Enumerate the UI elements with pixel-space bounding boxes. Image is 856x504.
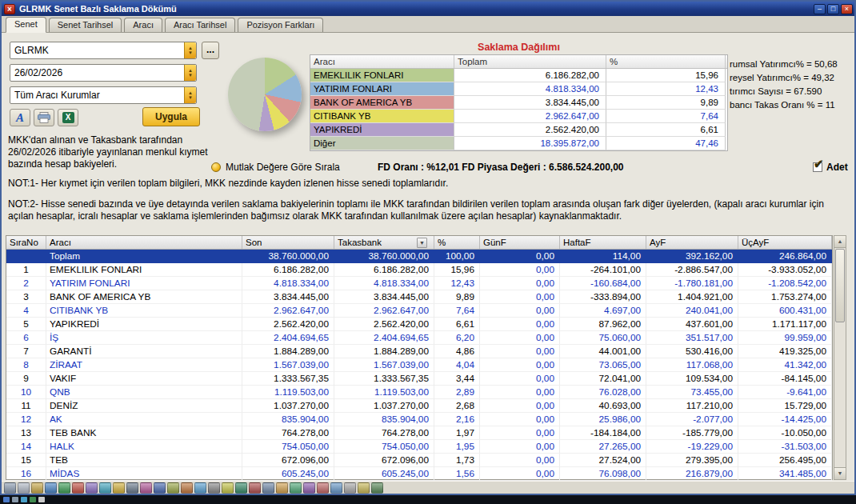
table-row-3[interactable]: 3BANK OF AMERICA YB3.834.445,003.834.445… [6, 290, 832, 304]
column-header-1[interactable]: Aracı [46, 236, 242, 249]
distribution-row[interactable]: Diğer18.395.872,0047,46 [310, 137, 727, 150]
table-row-16[interactable]: 16MİDAS605.245,00605.245,001,560,0076.09… [6, 467, 832, 481]
table-row-6[interactable]: 6İŞ2.404.694,652.404.694,656,200,0075.06… [6, 331, 832, 345]
table-row-9[interactable]: 9VAKIF1.333.567,351.333.567,353,440,0072… [6, 372, 832, 386]
table-row-14[interactable]: 14HALK754.050,00754.050,001,950,0027.265… [6, 440, 832, 454]
table-row-4[interactable]: 4CITIBANK YB2.962.647,002.962.647,007,64… [6, 304, 832, 318]
print-button[interactable] [34, 109, 54, 126]
toolbar-icon-17[interactable] [222, 482, 234, 494]
taskbar-icon-5[interactable] [38, 497, 45, 502]
column-header-5[interactable]: GünF [480, 236, 560, 249]
toolbar-icon-14[interactable] [181, 482, 193, 494]
toolbar-icon-13[interactable] [167, 482, 179, 494]
cell-takasbank: 6.186.282,00 [334, 263, 434, 277]
takasbank-dropdown-icon[interactable]: ▼ [417, 238, 427, 248]
toolbar-icon-22[interactable] [290, 482, 302, 494]
close-icon-left[interactable]: × [4, 4, 15, 14]
toolbar-icon-2[interactable] [18, 482, 30, 494]
tab-pozisyon-farklari[interactable]: Pozisyon Farkları [238, 18, 323, 32]
toolbar-icon-20[interactable] [262, 482, 274, 494]
toolbar-icon-28[interactable] [371, 482, 383, 494]
date-combobox[interactable]: 26/02/2026 ▲ ▼ [10, 64, 197, 82]
note-1: NOT:1- Her kıymet için verilen toplam bi… [8, 178, 848, 190]
toolbar-icon-27[interactable] [358, 482, 370, 494]
table-row-7[interactable]: 7GARANTİ1.884.289,001.884.289,004,860,00… [6, 345, 832, 358]
toolbar-icon-26[interactable] [344, 482, 356, 494]
column-header-3[interactable]: Takasbank▼ [334, 236, 434, 249]
table-scrollbar[interactable]: ▲ ▼ [834, 235, 846, 480]
toolbar-icon-23[interactable] [303, 482, 315, 494]
toolbar-icon-15[interactable] [194, 482, 206, 494]
column-header-0[interactable]: SıraNo [6, 236, 46, 249]
toolbar-icon-21[interactable] [276, 482, 288, 494]
font-button[interactable]: A [10, 109, 30, 126]
distribution-title: Saklama Dağılımı [310, 42, 728, 53]
toolbar-icon-3[interactable] [31, 482, 43, 494]
distribution-name: EMEKLILIK FONLARI [310, 69, 454, 82]
symbol-spinner[interactable]: ▲ ▼ [184, 42, 196, 58]
column-header-4[interactable]: % [434, 236, 480, 249]
scroll-down-icon[interactable]: ▼ [834, 467, 846, 479]
title-bar[interactable]: × GLRMK Senet Bazlı Saklama Dökümü – □ × [2, 2, 854, 16]
toolbar-icon-4[interactable] [45, 482, 57, 494]
table-row-2[interactable]: 2YATIRIM FONLARI4.818.334,004.818.334,00… [6, 277, 832, 290]
table-row-11[interactable]: 11DENİZ1.037.270,001.037.270,002,680,004… [6, 399, 832, 413]
table-row-8[interactable]: 8ZİRAAT1.567.039,001.567.039,004,040,007… [6, 358, 832, 372]
toolbar-icon-10[interactable] [126, 482, 138, 494]
broker-filter-combobox[interactable]: Tüm Aracı Kurumlar ▲ ▼ [10, 86, 197, 104]
taskbar-icon-4[interactable] [30, 497, 36, 502]
table-row-1[interactable]: 1EMEKLILIK FONLARI6.186.282,006.186.282,… [6, 263, 832, 277]
toolbar-icon-7[interactable] [86, 482, 98, 494]
sort-radio-icon[interactable] [211, 162, 221, 172]
scrollbar-thumb[interactable] [835, 249, 845, 322]
distribution-row[interactable]: CITIBANK YB2.962.647,007,64 [310, 110, 727, 123]
table-row-12[interactable]: 12AK835.904,00835.904,002,160,0025.986,0… [6, 413, 832, 426]
table-row-toplam[interactable]: Toplam38.760.000,0038.760.000,00100,000,… [6, 250, 832, 263]
taskbar-icon-3[interactable] [21, 497, 27, 502]
tab-senet-tarihsel[interactable]: Senet Tarihsel [49, 18, 122, 32]
column-header-8[interactable]: ÜçAyF [738, 236, 832, 249]
os-taskbar[interactable] [0, 495, 856, 504]
table-row-15[interactable]: 15TEB672.096,00672.096,001,730,0027.524,… [6, 454, 832, 467]
scroll-up-icon[interactable]: ▲ [834, 236, 846, 248]
distribution-row[interactable]: YAPIKREDİ2.562.420,006,61 [310, 123, 727, 137]
toolbar-icon-12[interactable] [154, 482, 166, 494]
table-row-13[interactable]: 13TEB BANK764.278,00764.278,001,970,00-1… [6, 426, 832, 440]
tab-araci-tarihsel[interactable]: Aracı Tarihsel [165, 18, 235, 32]
browse-button[interactable]: ... [202, 42, 219, 59]
excel-export-button[interactable]: X [58, 109, 78, 126]
toolbar-icon-24[interactable] [317, 482, 329, 494]
sort-option[interactable]: Mutlak Değere Göre Sırala [211, 161, 340, 174]
table-row-10[interactable]: 10QNB1.119.503,001.119.503,002,890,0076.… [6, 386, 832, 399]
table-row-5[interactable]: 5YAPIKREDİ2.562.420,002.562.420,006,610,… [6, 318, 832, 331]
taskbar-icon-2[interactable] [12, 497, 18, 502]
toolbar-icon-6[interactable] [72, 482, 84, 494]
column-header-6[interactable]: HaftaF [560, 236, 646, 249]
toolbar-icon-19[interactable] [249, 482, 261, 494]
toolbar-icon-5[interactable] [58, 482, 70, 494]
distribution-row[interactable]: YATIRIM FONLARI4.818.334,0012,43 [310, 82, 727, 96]
date-spinner[interactable]: ▲ ▼ [184, 65, 196, 81]
toolbar-icon-16[interactable] [208, 482, 220, 494]
toolbar-icon-8[interactable] [99, 482, 111, 494]
symbol-combobox[interactable]: GLRMK ▲ ▼ [10, 42, 197, 59]
adet-checkbox[interactable]: ✔ Adet [813, 161, 848, 174]
maximize-button[interactable]: □ [827, 4, 839, 14]
column-header-2[interactable]: Son [242, 236, 334, 249]
toolbar-icon-11[interactable] [140, 482, 152, 494]
tab-senet[interactable]: Senet [6, 17, 46, 33]
taskbar-icon-1[interactable] [3, 497, 10, 502]
toolbar-icon-18[interactable] [235, 482, 247, 494]
apply-button[interactable]: Uygula [142, 107, 200, 126]
distribution-row[interactable]: EMEKLILIK FONLARI6.186.282,0015,96 [310, 69, 727, 82]
tab-araci[interactable]: Aracı [124, 18, 162, 32]
close-button[interactable]: × [841, 4, 853, 14]
distribution-row[interactable]: BANK OF AMERICA YB3.834.445,009,89 [310, 96, 727, 110]
column-header-7[interactable]: AyF [646, 236, 738, 249]
toolbar-icon-1[interactable] [4, 482, 16, 494]
toolbar-icon-25[interactable] [330, 482, 342, 494]
minimize-button[interactable]: – [814, 4, 826, 14]
broker-spinner[interactable]: ▲ ▼ [184, 87, 196, 103]
column-label: AyF [650, 238, 666, 247]
toolbar-icon-9[interactable] [113, 482, 125, 494]
